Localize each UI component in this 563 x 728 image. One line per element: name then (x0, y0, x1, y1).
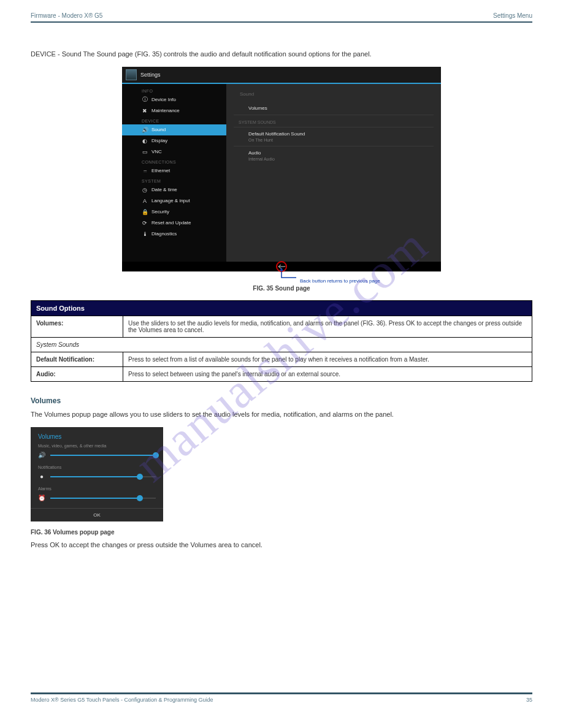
volumes-ok-button[interactable]: OK (31, 508, 163, 521)
lock-icon: 🔒 (142, 209, 148, 215)
audio-label: Audio (248, 150, 427, 156)
sidebar-item-datetime[interactable]: ◷ Date & time (122, 184, 226, 195)
sound-options-table: Sound Options Volumes: Use the sliders t… (31, 300, 532, 382)
row-volumes[interactable]: Volumes (234, 102, 434, 115)
tools-icon: ✖ (142, 108, 148, 114)
settings-sidebar: INFO ⓘ Device Info ✖ Maintenance DEVICE … (122, 84, 226, 262)
row-value: Press to select from a list of available… (123, 352, 532, 366)
notification-icon: ● (38, 473, 45, 480)
settings-title: Settings (140, 72, 161, 78)
header-right: Settings Menu (493, 12, 532, 19)
alarms-volume-group: Alarms ⏰ (38, 487, 156, 502)
settings-icon (126, 69, 137, 80)
row-value: Use the sliders to set the audio levels … (123, 316, 532, 337)
alarm-icon: ⏰ (38, 495, 45, 502)
default-notification-label: Default Notification Sound (248, 131, 427, 137)
row-subhead: System Sounds (31, 337, 532, 352)
table-header: Sound Options (31, 300, 532, 316)
media-volume-slider[interactable] (50, 455, 156, 456)
sidebar-label: Display (151, 138, 167, 143)
notifications-volume-slider[interactable] (50, 476, 156, 477)
category-device: DEVICE (122, 116, 226, 124)
row-value: Press to select between using the panel'… (123, 366, 532, 381)
display-icon: ◐ (142, 138, 148, 144)
sidebar-label: Sound (151, 127, 166, 132)
sidebar-label: Ethernet (151, 168, 170, 173)
refresh-icon: ⟳ (142, 220, 148, 226)
sidebar-item-reset[interactable]: ⟳ Reset and Update (122, 218, 226, 229)
volumes-popup-screenshot: Volumes Music, video, games, & other med… (31, 427, 163, 521)
intro-paragraph: DEVICE - Sound The Sound page (FIG. 35) … (31, 50, 532, 59)
sidebar-label: Language & input (151, 198, 190, 203)
sidebar-item-maintenance[interactable]: ✖ Maintenance (122, 105, 226, 116)
document-page: manualshive.com Firmware - Modero X® G5 … (0, 0, 563, 728)
volume-icon: 🔊 (38, 452, 45, 459)
clock-icon: ◷ (142, 187, 148, 193)
volumes-heading: Volumes (31, 396, 532, 405)
default-notification-value: On The Hunt (248, 138, 427, 142)
section-system-sounds: SYSTEM SOUNDS (234, 115, 434, 127)
diagnostics-icon: 🌡 (142, 231, 148, 237)
sidebar-label: Diagnostics (151, 231, 177, 237)
sidebar-item-language[interactable]: A Language & input (122, 195, 226, 207)
table-row: System Sounds (31, 337, 532, 352)
sidebar-item-diagnostics[interactable]: 🌡 Diagnostics (122, 229, 226, 240)
sidebar-label: Security (151, 209, 169, 214)
row-label: Default Notification: (31, 352, 123, 366)
category-connections: CONNECTIONS (122, 157, 226, 165)
row-default-notification[interactable]: Default Notification Sound On The Hunt (234, 127, 434, 146)
volumes-after-paragraph: Press OK to accept the changes or press … (31, 540, 532, 550)
category-info: INFO (122, 86, 226, 94)
media-volume-group: Music, video, games, & other media 🔊 (38, 444, 156, 459)
row-audio[interactable]: Audio Internal Audio (234, 146, 434, 165)
ethernet-icon: ⎓ (142, 168, 148, 174)
table-row: Default Notification: Press to select fr… (31, 352, 532, 366)
media-volume-label: Music, video, games, & other media (38, 444, 156, 448)
figure-35-caption: FIG. 35 Sound page (31, 285, 532, 292)
sidebar-item-ethernet[interactable]: ⎓ Ethernet (122, 165, 226, 176)
table-row: Audio: Press to select between using the… (31, 366, 532, 381)
category-system: SYSTEM (122, 176, 226, 184)
sidebar-label: Maintenance (151, 108, 180, 113)
alarms-volume-slider[interactable] (50, 498, 156, 499)
sidebar-label: Device Info (151, 97, 176, 102)
sidebar-label: Reset and Update (151, 220, 191, 226)
sidebar-label: VNC (151, 149, 162, 154)
page-footer: Modero X® Series G5 Touch Panels - Confi… (31, 694, 532, 703)
volume-icon: 🔊 (142, 127, 148, 133)
volumes-paragraph: The Volumes popup page allows you to use… (31, 410, 532, 420)
notifications-volume-label: Notifications (38, 465, 156, 469)
row-label: Volumes: (31, 316, 123, 337)
settings-titlebar: Settings (122, 67, 441, 84)
settings-content: Sound Volumes SYSTEM SOUNDS Default Noti… (226, 84, 441, 262)
content-title: Sound (234, 89, 434, 102)
volumes-popup-title: Volumes (38, 433, 156, 440)
header-left: Firmware - Modero X® G5 (31, 12, 102, 19)
sidebar-item-display[interactable]: ◐ Display (122, 135, 226, 146)
sidebar-item-security[interactable]: 🔒 Security (122, 207, 226, 218)
language-icon: A (142, 198, 148, 204)
sidebar-label: Date & time (151, 187, 177, 192)
notifications-volume-group: Notifications ● (38, 465, 156, 480)
footer-left: Modero X® Series G5 Touch Panels - Confi… (31, 697, 213, 703)
info-icon: ⓘ (142, 97, 148, 103)
callout-arrow (279, 267, 297, 282)
footer-page-number: 35 (526, 697, 532, 703)
vnc-icon: ▭ (142, 149, 148, 155)
volumes-label: Volumes (248, 105, 427, 111)
table-row: Volumes: Use the sliders to set the audi… (31, 316, 532, 337)
page-header: Firmware - Modero X® G5 Settings Menu (31, 12, 532, 23)
settings-screenshot: Settings INFO ⓘ Device Info ✖ Maintenanc… (122, 67, 441, 271)
row-label: Audio: (31, 366, 123, 381)
callout-text: Back button returns to previous page (300, 278, 380, 284)
sidebar-item-vnc[interactable]: ▭ VNC (122, 146, 226, 157)
sidebar-item-device-info[interactable]: ⓘ Device Info (122, 94, 226, 105)
audio-value: Internal Audio (248, 157, 427, 161)
alarms-volume-label: Alarms (38, 487, 156, 491)
sidebar-item-sound[interactable]: 🔊 Sound (122, 124, 226, 135)
figure-36-caption: FIG. 36 Volumes popup page (31, 529, 532, 536)
